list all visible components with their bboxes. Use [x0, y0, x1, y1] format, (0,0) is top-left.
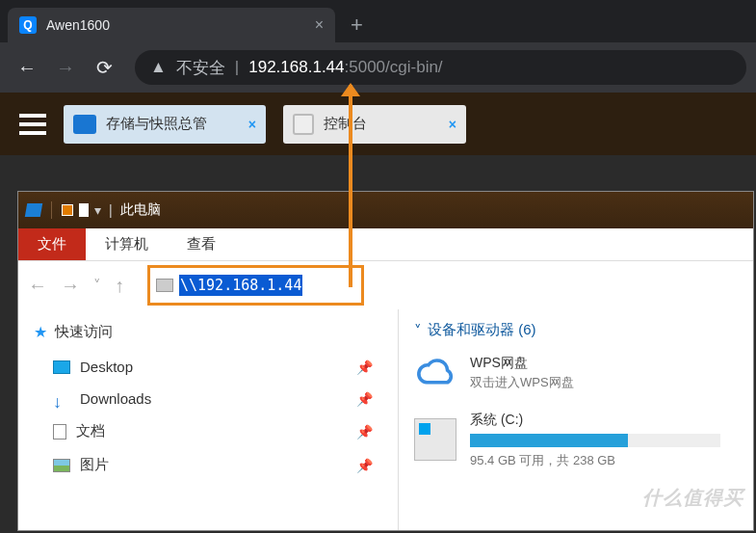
sidebar-item-desktop[interactable]: Desktop 📌 — [34, 351, 382, 383]
disk-usage-text: 95.4 GB 可用，共 238 GB — [470, 451, 720, 470]
picture-icon — [53, 459, 70, 472]
sidebar-item-documents[interactable]: 文档 📌 — [34, 414, 382, 448]
ribbon-tabs: 文件 计算机 查看 — [18, 228, 753, 261]
pc-icon — [156, 279, 173, 292]
quick-access-header[interactable]: ★ 快速访问 — [34, 323, 382, 341]
nav-history-dropdown-icon[interactable]: ˅ — [93, 277, 101, 294]
new-tab-button[interactable]: + — [335, 8, 378, 42]
security-label: 不安全 — [176, 57, 225, 79]
cloud-icon — [414, 355, 456, 389]
sidebar-item-pictures[interactable]: 图片 📌 — [34, 448, 382, 482]
nav-forward-icon[interactable]: → — [61, 275, 80, 297]
explorer-address-bar[interactable]: \\192.168.1.44 — [147, 265, 364, 306]
ribbon-tab-file[interactable]: 文件 — [18, 228, 86, 260]
console-icon — [293, 114, 314, 135]
pin-icon: 📌 — [356, 424, 373, 440]
explorer-titlebar[interactable]: ▾ | 此电脑 — [18, 192, 753, 228]
browser-tab[interactable]: Q Awen1600 × — [8, 8, 335, 42]
annotation-arrow — [349, 85, 352, 287]
browser-toolbar: ← → ⟳ ▲ 不安全 | 192.168.1.44:5000/cgi-bin/ — [0, 42, 756, 93]
app-tab-console[interactable]: 控制台 × — [283, 105, 466, 144]
disk-usage-bar — [470, 434, 720, 447]
file-explorer-window: ▾ | 此电脑 文件 计算机 查看 ← → ˅ ↑ \\192.168.1.44… — [17, 191, 754, 531]
device-wps[interactable]: WPS网盘 双击进入WPS网盘 — [414, 353, 738, 392]
pin-icon: 📌 — [356, 458, 373, 473]
download-icon — [53, 392, 70, 406]
qat-icon — [62, 204, 73, 216]
browser-tab-strip: Q Awen1600 × + — [0, 0, 756, 42]
device-title: WPS网盘 — [470, 353, 574, 373]
this-pc-icon — [25, 203, 42, 217]
ribbon-tab-view[interactable]: 查看 — [168, 228, 235, 260]
pin-icon: 📌 — [356, 360, 373, 375]
app-tab-label: 存储与快照总管 — [106, 115, 207, 133]
pin-icon: 📌 — [356, 391, 373, 407]
tab-favicon: Q — [19, 16, 37, 34]
address-text-selected[interactable]: \\192.168.1.44 — [179, 275, 302, 296]
nav-back-icon[interactable]: ← — [28, 275, 47, 297]
hamburger-menu-icon[interactable] — [19, 114, 46, 135]
qat-icon — [79, 203, 89, 217]
reload-button[interactable]: ⟳ — [87, 50, 121, 85]
ribbon-tab-computer[interactable]: 计算机 — [86, 228, 168, 260]
nav-up-icon[interactable]: ↑ — [115, 275, 124, 297]
star-icon: ★ — [34, 323, 47, 341]
back-button[interactable]: ← — [10, 50, 44, 85]
disk-icon — [414, 418, 456, 461]
url-host: 192.168.1.44 — [248, 58, 344, 76]
storage-icon — [73, 115, 96, 134]
navigation-pane: ★ 快速访问 Desktop 📌 Downloads 📌 文档 📌 图片 — [18, 309, 399, 530]
close-icon[interactable]: × — [449, 117, 456, 132]
sidebar-item-downloads[interactable]: Downloads 📌 — [34, 383, 382, 414]
window-title: 此电脑 — [120, 201, 161, 219]
section-header-devices[interactable]: ˅ 设备和驱动器 (6) — [414, 321, 738, 339]
url-separator: | — [235, 58, 239, 77]
app-tab-storage[interactable]: 存储与快照总管 × — [64, 105, 266, 144]
chevron-down-icon: ˅ — [414, 322, 422, 339]
device-c-drive[interactable]: 系统 (C:) 95.4 GB 可用，共 238 GB — [414, 410, 738, 470]
watermark: 什么值得买 — [642, 485, 743, 511]
forward-button[interactable]: → — [48, 50, 83, 85]
qat-dropdown-icon[interactable]: ▾ — [94, 202, 101, 218]
app-tab-label: 控制台 — [324, 115, 367, 133]
device-title: 系统 (C:) — [470, 410, 720, 430]
document-icon — [53, 424, 66, 440]
tab-close-icon[interactable]: × — [315, 16, 324, 34]
app-header: 存储与快照总管 × 控制台 × — [0, 93, 756, 155]
not-secure-warning-icon: ▲ — [150, 58, 167, 77]
address-bar[interactable]: ▲ 不安全 | 192.168.1.44:5000/cgi-bin/ — [135, 50, 746, 85]
close-icon[interactable]: × — [248, 117, 256, 132]
desktop-icon — [53, 360, 70, 374]
tab-title: Awen1600 — [46, 17, 305, 33]
device-subtitle: 双击进入WPS网盘 — [470, 373, 574, 392]
explorer-navbar: ← → ˅ ↑ \\192.168.1.44 — [18, 261, 753, 309]
